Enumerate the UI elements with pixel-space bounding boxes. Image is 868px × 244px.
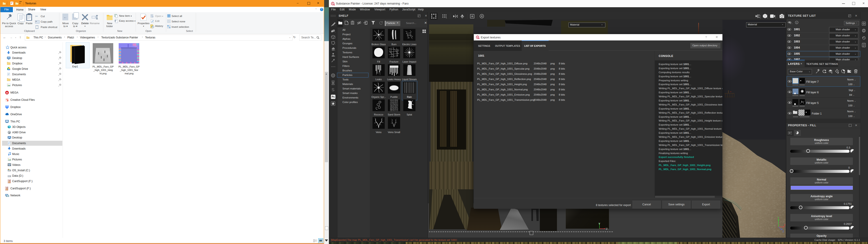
svg-text:SD: SD — [6, 187, 8, 189]
svg-text:M: M — [6, 92, 8, 94]
svg-text:Y: Y — [778, 217, 779, 219]
svg-text:S: S — [332, 2, 333, 5]
svg-text:1: 1 — [796, 22, 797, 24]
svg-text:V: V — [598, 222, 600, 225]
svg-text:S: S — [477, 36, 478, 38]
svg-text:U: U — [606, 227, 608, 230]
svg-text:SD: SD — [8, 180, 11, 181]
svg-text:Z: Z — [782, 230, 784, 233]
svg-text:X: X — [784, 224, 785, 226]
